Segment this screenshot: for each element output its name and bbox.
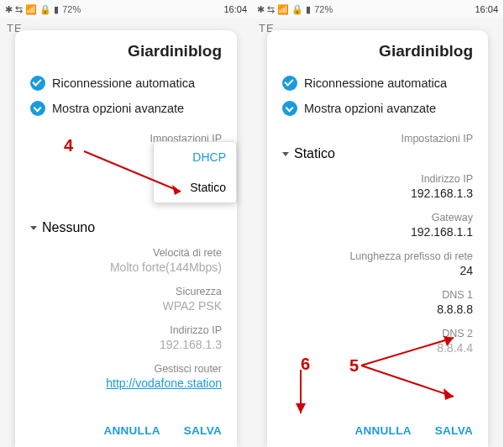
auto-reconnect-label: Riconnessione automatica	[304, 76, 447, 90]
dns2-label: DNS 2	[282, 328, 473, 339]
status-time: 16:04	[475, 4, 498, 14]
manage-router-label: Gestisci router	[30, 363, 222, 375]
screen-right: ✱ ⇆ 📶 🔒 ▮ 72% 16:04 TE Giardiniblog Rico…	[252, 0, 504, 447]
status-bar: ✱ ⇆ 📶 🔒 ▮ 72% 16:04	[0, 0, 252, 18]
wifi-dialog-left: Giardiniblog Riconnessione automatica Mo…	[15, 30, 237, 447]
auto-reconnect-row[interactable]: Riconnessione automatica	[282, 76, 473, 91]
chevron-down-icon	[282, 101, 297, 116]
wifi-dialog-right: Giardiniblog Riconnessione automatica Mo…	[267, 30, 488, 447]
prefix-label: Lunghezza prefisso di rete	[282, 250, 473, 262]
cancel-button[interactable]: ANNULLA	[103, 424, 160, 437]
auto-reconnect-label: Riconnessione automatica	[52, 76, 195, 90]
ip-addr-input[interactable]: 192.168.1.3	[282, 187, 473, 200]
annotation-number-6: 6	[301, 355, 310, 374]
screen-left: ✱ ⇆ 📶 🔒 ▮ 72% 16:04 TE Giardiniblog Rico…	[0, 0, 252, 447]
ip-settings-label: Impostazioni IP	[282, 133, 473, 145]
wifi-name: Giardiniblog	[282, 42, 473, 60]
status-time: 16:04	[223, 4, 247, 14]
speed-value: Molto forte(144Mbps)	[30, 260, 222, 274]
caret-down-icon	[30, 226, 37, 230]
show-advanced-label: Mostra opzioni avanzate	[52, 102, 184, 115]
chevron-down-icon	[30, 101, 45, 116]
dropdown-option-dhcp[interactable]: DHCP	[154, 142, 236, 172]
status-battery: 72%	[62, 4, 81, 14]
check-icon	[30, 76, 45, 91]
show-advanced-label: Mostra opzioni avanzate	[304, 102, 436, 115]
show-advanced-row[interactable]: Mostra opzioni avanzate	[282, 101, 473, 116]
status-icons: ✱ ⇆ 📶 🔒 ▮	[5, 4, 59, 15]
proxy-value: Nessuno	[42, 220, 95, 235]
check-icon	[282, 76, 297, 91]
router-url[interactable]: http://vodafone.station	[30, 376, 222, 390]
speed-label: Velocità di rete	[30, 247, 222, 259]
dns1-label: DNS 1	[282, 289, 473, 301]
ip-settings-value: Statico	[294, 146, 335, 161]
wifi-name: Giardiniblog	[30, 42, 222, 60]
save-button[interactable]: SALVA	[435, 424, 473, 437]
dialog-footer: SALVA ANNULLA	[282, 418, 473, 439]
status-icons: ✱ ⇆ 📶 🔒 ▮	[257, 4, 311, 15]
ip-settings-current[interactable]: Statico	[282, 146, 473, 161]
security-label: Sicurezza	[30, 286, 222, 297]
show-advanced-row[interactable]: Mostra opzioni avanzate	[30, 101, 222, 116]
dropdown-option-static[interactable]: Statico	[154, 172, 236, 202]
ip-addr-label: Indirizzo IP	[30, 324, 222, 336]
ip-settings-dropdown[interactable]: DHCP Statico	[153, 141, 237, 203]
ip-addr-value: 192.168.1.3	[30, 338, 222, 351]
status-battery: 72%	[314, 4, 333, 14]
save-button[interactable]: SALVA	[184, 424, 222, 437]
proxy-current[interactable]: Nessuno	[30, 220, 222, 235]
auto-reconnect-row[interactable]: Riconnessione automatica	[30, 76, 222, 91]
gateway-input[interactable]: 192.168.1.1	[282, 225, 473, 239]
caret-down-icon	[282, 152, 289, 156]
security-value: WPA2 PSK	[30, 299, 222, 313]
dialog-footer: SALVA ANNULLA	[30, 418, 222, 439]
screens-container: ✱ ⇆ 📶 🔒 ▮ 72% 16:04 TE Giardiniblog Rico…	[0, 0, 504, 447]
cancel-button[interactable]: ANNULLA	[354, 424, 411, 437]
gateway-label: Gateway	[282, 212, 473, 224]
dns2-input[interactable]: 8.8.4.4	[282, 341, 473, 355]
prefix-input[interactable]: 24	[282, 264, 473, 277]
status-bar: ✱ ⇆ 📶 🔒 ▮ 72% 16:04	[252, 0, 503, 18]
annotation-number-5: 5	[349, 356, 359, 376]
annotation-number-4: 4	[64, 136, 73, 155]
ip-addr-label: Indirizzo IP	[282, 173, 473, 185]
dns1-input[interactable]: 8.8.8.8	[282, 302, 473, 316]
